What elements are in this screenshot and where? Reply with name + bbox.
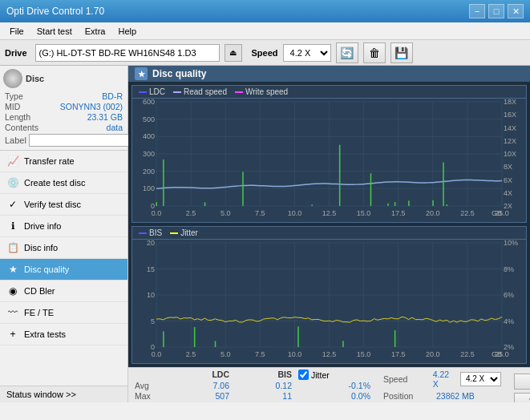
disc-type-label: Type: [5, 91, 23, 101]
start-full-button[interactable]: Start full: [514, 374, 530, 390]
avg-label: Avg: [135, 381, 167, 390]
total-ldc: 2694078: [173, 402, 229, 402]
stats-header-row: LDC BIS Jitter: [135, 370, 370, 380]
start-part-button[interactable]: Start part: [514, 393, 530, 403]
sidebar-label-cd-bler: CD Bler: [24, 286, 55, 296]
sidebar-item-transfer-rate[interactable]: 📈 Transfer rate: [0, 151, 127, 172]
fe-te-icon: 〰: [6, 306, 19, 319]
speed-dropdown[interactable]: 4.2 X: [460, 372, 502, 386]
disc-mid-row: MID SONYNN3 (002): [3, 102, 124, 111]
disc-icon: [3, 69, 22, 88]
title-bar: Opti Drive Control 1.70 − □ ✕: [0, 0, 530, 22]
stats-header-bis: BIS: [236, 370, 292, 380]
sidebar-item-disc-info[interactable]: 📋 Disc info: [0, 237, 127, 259]
menu-help[interactable]: Help: [111, 26, 143, 37]
max-label: Max: [135, 391, 167, 401]
nav-items: 📈 Transfer rate 💿 Create test disc ✓ Ver…: [0, 151, 127, 386]
disc-contents-row: Contents data: [3, 123, 124, 132]
sidebar-item-disc-quality[interactable]: ★ Disc quality: [0, 259, 127, 281]
disc-mid-label: MID: [5, 102, 20, 111]
speed-stat-label: Speed: [383, 374, 428, 384]
write-speed-legend-dot: [235, 91, 243, 93]
stats-jitter-check[interactable]: Jitter: [298, 370, 370, 380]
sidebar-item-drive-info[interactable]: ℹ Drive info: [0, 216, 127, 237]
disc-mid-value: SONYNN3 (002): [60, 102, 123, 111]
close-button[interactable]: ✕: [508, 4, 524, 18]
sidebar-label-create-test-disc: Create test disc: [24, 178, 85, 188]
legend-read-speed-label: Read speed: [184, 87, 227, 96]
legend-ldc: LDC: [139, 87, 165, 96]
sidebar-item-cd-bler[interactable]: ◉ CD Bler: [0, 281, 127, 302]
window-controls: − □ ✕: [469, 4, 524, 18]
erase-button[interactable]: 🗑: [363, 42, 386, 63]
jitter-checkbox[interactable]: [298, 370, 309, 380]
sidebar-label-disc-quality: Disc quality: [24, 265, 69, 274]
maximize-button[interactable]: □: [488, 4, 504, 18]
extra-tests-icon: +: [6, 328, 19, 341]
chart-ldc: LDC Read speed Write speed: [131, 85, 527, 223]
chart-legend-1: LDC Read speed Write speed: [132, 86, 526, 99]
app-title: Opti Drive Control 1.70: [6, 6, 104, 17]
speed-label: Speed: [252, 48, 278, 58]
save-button[interactable]: 💾: [390, 42, 413, 63]
total-jitter: [298, 402, 370, 402]
legend-read-speed: Read speed: [173, 87, 227, 96]
speed-selector[interactable]: 4.2 X: [283, 44, 331, 62]
jitter-label: Jitter: [311, 370, 330, 380]
chart1-canvas: [132, 99, 526, 220]
legend-jitter: Jitter: [170, 228, 198, 237]
minimize-button[interactable]: −: [469, 4, 485, 18]
speed-stats: Speed 4.22 X 4.2 X Position 23862 MB Sam…: [383, 370, 501, 403]
stats-table: LDC BIS Jitter Avg 7.06 0.12 -0.1% Max 5…: [135, 370, 370, 402]
disc-quality-title: Disc quality: [152, 68, 206, 79]
sidebar-label-transfer-rate: Transfer rate: [24, 156, 75, 166]
stats-header-blank: [135, 370, 167, 380]
disc-label-input[interactable]: [29, 134, 136, 147]
action-buttons: Start full Start part: [514, 374, 530, 403]
legend-jitter-label: Jitter: [180, 228, 198, 237]
drive-info-icon: ℹ: [6, 220, 19, 232]
sidebar: Disc Type BD-R MID SONYNN3 (002) Length …: [0, 66, 128, 402]
sidebar-item-extra-tests[interactable]: + Extra tests: [0, 324, 127, 345]
menu-bar: File Start test Extra Help: [0, 22, 530, 40]
disc-length-row: Length 23.31 GB: [3, 112, 124, 122]
main-layout: Disc Type BD-R MID SONYNN3 (002) Length …: [0, 66, 530, 402]
chart-legend-2: BIS Jitter: [132, 227, 526, 240]
disc-section-label: Disc: [26, 74, 44, 83]
disc-quality-icon: ★: [6, 263, 19, 276]
stats-avg-row: Avg 7.06 0.12 -0.1%: [135, 381, 370, 390]
ldc-legend-dot: [139, 91, 147, 93]
drive-value: (G:) HL-DT-ST BD-RE WH16NS48 1.D3: [39, 48, 196, 58]
read-button[interactable]: 🔄: [336, 42, 358, 63]
sidebar-label-extra-tests: Extra tests: [24, 329, 66, 339]
sidebar-item-create-test-disc[interactable]: 💿 Create test disc: [0, 172, 127, 194]
total-bis: 44679: [236, 402, 292, 402]
menu-file[interactable]: File: [3, 26, 30, 37]
position-row: Position 23862 MB: [383, 391, 501, 401]
chart-bis: BIS Jitter: [131, 226, 527, 364]
drive-eject-button[interactable]: ⏏: [225, 44, 242, 62]
status-window-button[interactable]: Status window >>: [0, 386, 127, 402]
stats-total-row: Total 2694078 44679: [135, 402, 370, 402]
sidebar-label-disc-info: Disc info: [24, 243, 58, 252]
drive-selector[interactable]: (G:) HL-DT-ST BD-RE WH16NS48 1.D3: [35, 44, 220, 62]
content-area: ★ Disc quality LDC Read speed: [128, 66, 530, 402]
sidebar-item-fe-te[interactable]: 〰 FE / TE: [0, 302, 127, 324]
create-test-disc-icon: 💿: [6, 176, 19, 189]
avg-jitter: -0.1%: [298, 381, 370, 390]
max-jitter: 0.0%: [298, 391, 370, 401]
legend-ldc-label: LDC: [149, 87, 165, 96]
speed-stat-value: 4.22 X: [433, 370, 455, 389]
disc-contents-label: Contents: [5, 123, 38, 132]
disc-panel: Disc Type BD-R MID SONYNN3 (002) Length …: [0, 66, 127, 151]
stats-max-row: Max 507 11 0.0%: [135, 391, 370, 401]
disc-quality-header-icon: ★: [135, 67, 148, 80]
max-ldc: 507: [173, 391, 229, 401]
disc-length-label: Length: [5, 112, 30, 122]
stats-header-ldc: LDC: [173, 370, 229, 380]
sidebar-item-verify-test-disc[interactable]: ✓ Verify test disc: [0, 194, 127, 216]
position-label: Position: [383, 391, 431, 401]
menu-start-test[interactable]: Start test: [30, 26, 79, 37]
drive-bar: Drive (G:) HL-DT-ST BD-RE WH16NS48 1.D3 …: [0, 40, 530, 66]
menu-extra[interactable]: Extra: [79, 26, 112, 37]
